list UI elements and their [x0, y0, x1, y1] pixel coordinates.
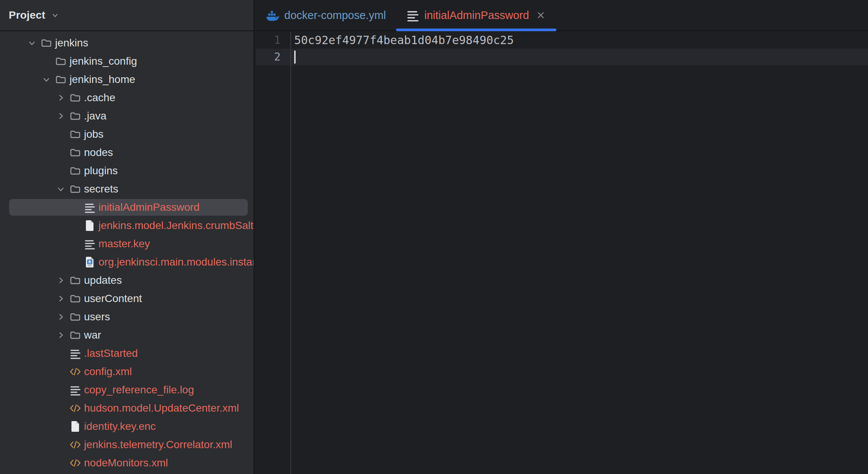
tree-item-jenkins-config[interactable]: jenkins_config: [0, 52, 253, 70]
folder-icon: [69, 311, 81, 323]
image-file-icon: [84, 256, 96, 268]
chevron-right-icon[interactable]: [55, 274, 69, 286]
editor-tab-bar: docker-compose.yml initialAdminPassword: [256, 0, 868, 31]
tree-item-users[interactable]: users: [0, 308, 253, 326]
chevron-right-icon: [55, 312, 66, 322]
xml-file-icon: [69, 439, 81, 451]
page-file-icon: [84, 220, 96, 232]
tree-item-label: war: [84, 329, 101, 341]
tree-item-label: nodeMonitors.xml: [84, 457, 168, 469]
tree-item-org-jenkinsci-main-modules-instan[interactable]: org.jenkinsci.main.modules.instan: [0, 253, 253, 271]
tree-item-usercontent[interactable]: userContent: [0, 289, 253, 308]
tree-item-label: jenkins_config: [70, 55, 137, 67]
tree-item-label: userContent: [84, 293, 142, 305]
twisty-spacer: [70, 201, 84, 213]
tree-item-laststarted[interactable]: .lastStarted: [0, 344, 253, 363]
tree-item-label: updates: [84, 274, 122, 286]
text-file-icon: [69, 384, 81, 396]
chevron-right-icon[interactable]: [55, 311, 69, 323]
tree-item-secrets[interactable]: secrets: [0, 180, 253, 198]
tree-item-master-key[interactable]: master.key: [0, 235, 253, 253]
tree-item-initialadminpassword[interactable]: initialAdminPassword: [0, 198, 253, 216]
twisty-spacer: [41, 55, 55, 67]
twisty-spacer: [55, 347, 69, 359]
chevron-right-icon: [55, 92, 66, 103]
project-tool-window-header[interactable]: Project: [0, 0, 253, 31]
tree-item-config-xml[interactable]: config.xml: [0, 363, 253, 381]
folder-icon: [69, 110, 81, 122]
chevron-down-icon[interactable]: [51, 11, 60, 20]
twisty-spacer: [55, 165, 69, 177]
twisty-spacer: [70, 238, 84, 250]
folder-icon: [69, 274, 81, 286]
twisty-spacer: [55, 366, 69, 378]
tree-item-label: secrets: [84, 183, 118, 195]
active-tab-indicator: [396, 29, 557, 31]
tree-item-label: users: [84, 311, 110, 323]
tree-item-label: master.key: [98, 238, 150, 250]
folder-icon: [69, 165, 81, 177]
tab-initialadminpassword[interactable]: initialAdminPassword: [396, 0, 557, 30]
folder-icon: [55, 73, 67, 86]
twisty-spacer: [55, 384, 69, 396]
close-tab-icon[interactable]: [535, 10, 546, 21]
tree-item-jenkins-model-jenkins-crumbsalt[interactable]: jenkins.model.Jenkins.crumbSalt: [0, 216, 253, 235]
tree-item-hudson-model-updatecenter-xml[interactable]: hudson.model.UpdateCenter.xml: [0, 399, 253, 417]
twisty-spacer: [55, 128, 69, 140]
text-file-icon: [84, 238, 96, 250]
chevron-right-icon: [55, 111, 66, 121]
tree-item-label: plugins: [84, 165, 118, 177]
text-caret: [294, 51, 296, 64]
chevron-right-icon[interactable]: [55, 92, 69, 104]
folder-icon: [55, 55, 67, 67]
chevron-down-icon[interactable]: [41, 73, 55, 86]
tree-item-nodes[interactable]: nodes: [0, 143, 253, 162]
tree-item-java[interactable]: .java: [0, 107, 253, 125]
text-file-icon: [406, 8, 420, 22]
twisty-spacer: [55, 146, 69, 159]
tree-item-war[interactable]: war: [0, 326, 253, 344]
tree-item-identity-key-enc[interactable]: identity.key.enc: [0, 417, 253, 436]
tree-item-cache[interactable]: .cache: [0, 89, 253, 107]
tree-item-label: config.xml: [84, 366, 132, 378]
editor-code-area[interactable]: 12 50c92ef4977f4beab1d04b7e98490c25: [256, 32, 868, 474]
tree-item-plugins[interactable]: plugins: [0, 162, 253, 180]
project-selector-label: Project: [9, 9, 45, 21]
tree-item-label: nodes: [84, 146, 113, 159]
tree-item-label: initialAdminPassword: [98, 201, 200, 213]
tree-item-updates[interactable]: updates: [0, 271, 253, 289]
tree-item-nodemonitors-xml[interactable]: nodeMonitors.xml: [0, 454, 253, 472]
tree-item-label: jobs: [84, 128, 103, 140]
chevron-right-icon[interactable]: [55, 110, 69, 122]
line-number[interactable]: 2: [256, 49, 290, 65]
tree-item-jenkins-home[interactable]: jenkins_home: [0, 70, 253, 89]
line-number[interactable]: 1: [256, 32, 290, 49]
tree-item-label: jenkins.model.Jenkins.crumbSalt: [98, 220, 253, 232]
tree-item-jenkins-telemetry-correlator-xml[interactable]: jenkins.telemetry.Correlator.xml: [0, 436, 253, 454]
twisty-spacer: [55, 439, 69, 451]
twisty-spacer: [55, 420, 69, 433]
folder-icon: [69, 293, 81, 305]
code-content[interactable]: 50c92ef4977f4beab1d04b7e98490c25: [292, 32, 868, 474]
tree-item-jobs[interactable]: jobs: [0, 125, 253, 143]
code-line[interactable]: [292, 49, 868, 65]
tree-item-label: copy_reference_file.log: [84, 384, 194, 396]
chevron-right-icon[interactable]: [55, 293, 69, 305]
folder-icon: [69, 146, 81, 159]
chevron-down-icon[interactable]: [27, 37, 40, 49]
chevron-down-icon: [51, 11, 60, 20]
close-icon: [535, 10, 546, 21]
chevron-down-icon[interactable]: [55, 183, 69, 195]
tab-docker-compose-yml[interactable]: docker-compose.yml: [256, 0, 396, 30]
tree-item-copy-reference-file-log[interactable]: copy_reference_file.log: [0, 381, 253, 399]
chevron-right-icon: [55, 293, 66, 304]
code-line[interactable]: 50c92ef4977f4beab1d04b7e98490c25: [292, 32, 868, 49]
docker-icon: [266, 8, 279, 22]
tab-label: docker-compose.yml: [284, 9, 386, 22]
chevron-right-icon[interactable]: [55, 329, 69, 341]
tree-item-jenkins[interactable]: jenkins: [0, 34, 253, 52]
editor-gutter: 12: [256, 32, 291, 474]
xml-file-icon: [69, 402, 81, 414]
tree-item-label: .lastStarted: [84, 347, 138, 359]
tree-item-label: jenkins_home: [70, 73, 135, 86]
